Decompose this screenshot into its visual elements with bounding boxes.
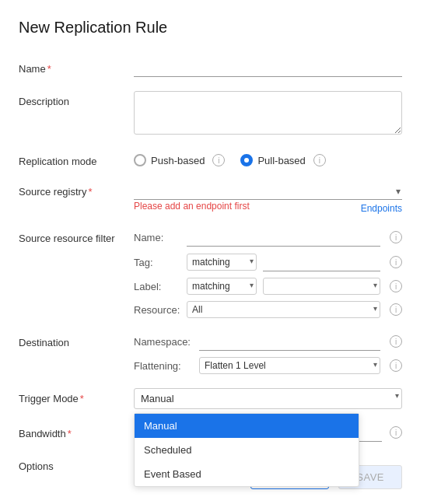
filter-resource-label: Resource:	[134, 304, 180, 316]
filter-resource-row: Resource: All image chart ▾ i	[134, 301, 402, 318]
filter-label-mode-select[interactable]: matching excluding	[187, 278, 257, 295]
bandwidth-info-icon[interactable]: i	[390, 426, 402, 439]
name-label: Name*	[19, 58, 134, 75]
trigger-option-event-based[interactable]: Event Based	[135, 462, 359, 486]
filter-label-row: Label: matching excluding ▾ ▾ i	[134, 278, 402, 295]
destination-grid: Namespace: i Flattening: Flatten 1 Level…	[134, 332, 402, 374]
trigger-mode-wrap: Manual Scheduled Event Based ▾ Manual Sc…	[134, 388, 402, 409]
pull-based-label: Pull-based	[257, 155, 305, 166]
name-control	[134, 58, 402, 77]
filter-resource-value-wrap: All image chart ▾	[187, 301, 380, 318]
trigger-option-scheduled[interactable]: Scheduled	[135, 438, 359, 462]
filter-name-row: Name: i	[134, 228, 402, 247]
trigger-mode-select[interactable]: Manual Scheduled Event Based	[134, 388, 402, 409]
replication-mode-row: Replication mode Push-based i Pull-based…	[19, 151, 402, 167]
filter-label-info-icon[interactable]: i	[390, 280, 402, 292]
push-based-label: Push-based	[151, 155, 205, 166]
pull-based-radio[interactable]	[240, 154, 253, 166]
trigger-option-manual[interactable]: Manual	[135, 414, 359, 438]
trigger-dropdown: Manual Scheduled Event Based	[134, 413, 359, 487]
replication-mode-control: Push-based i Pull-based i	[134, 151, 402, 166]
filter-label-mode-wrap: matching excluding ▾	[187, 278, 257, 295]
dest-flattening-info-icon[interactable]: i	[390, 359, 402, 372]
dest-flattening-label: Flattening:	[134, 360, 193, 372]
pull-based-info-icon[interactable]: i	[313, 154, 326, 166]
filter-label-value-select[interactable]	[263, 278, 380, 295]
filter-tag-row: Tag: matching excluding ▾ i	[134, 253, 402, 271]
radio-group: Push-based i Pull-based i	[134, 151, 402, 166]
new-replication-rule-page: New Replication Rule Name* Description R…	[0, 0, 427, 504]
description-input[interactable]	[134, 91, 402, 135]
bandwidth-label: Bandwidth*	[19, 423, 134, 439]
filter-name-label: Name:	[134, 232, 180, 243]
source-registry-wrap: ▾ Please add an endpoint first Endpoints	[134, 181, 402, 212]
source-registry-control: ▾ Please add an endpoint first Endpoints	[134, 181, 402, 214]
filter-tag-info-icon[interactable]: i	[390, 256, 402, 268]
destination-row: Destination Namespace: i Flattening: Fla…	[19, 332, 402, 374]
dest-namespace-info-icon[interactable]: i	[390, 335, 402, 348]
filter-tag-label: Tag:	[134, 257, 180, 268]
name-row: Name*	[19, 58, 402, 77]
page-title: New Replication Rule	[19, 19, 402, 37]
filter-tag-mode-select[interactable]: matching excluding	[187, 254, 257, 271]
filter-resource-select[interactable]: All image chart	[187, 301, 380, 318]
filter-label-label: Label:	[134, 281, 180, 292]
dest-namespace-label: Namespace:	[134, 336, 193, 348]
endpoints-link[interactable]: Endpoints	[361, 203, 402, 214]
filter-tag-input[interactable]	[263, 253, 380, 271]
flatten-select[interactable]: Flatten 1 Level No Flattenning Flatten A…	[199, 357, 380, 374]
filter-name-info-icon[interactable]: i	[390, 231, 402, 243]
dest-namespace-input[interactable]	[199, 332, 380, 351]
source-registry-label: Source registry*	[19, 181, 134, 198]
dest-flattening-row: Flattening: Flatten 1 Level No Flattenni…	[134, 357, 402, 374]
description-row: Description	[19, 91, 402, 137]
source-resource-filter-label: Source resource filter	[19, 228, 134, 244]
filter-label-value-wrap: ▾	[263, 278, 380, 295]
name-input[interactable]	[134, 58, 402, 77]
push-based-option[interactable]: Push-based i	[134, 154, 225, 166]
trigger-mode-row: Trigger Mode* Manual Scheduled Event Bas…	[19, 388, 402, 409]
flatten-select-wrap: Flatten 1 Level No Flattenning Flatten A…	[199, 357, 380, 374]
source-registry-error: Please add an endpoint first	[134, 201, 250, 212]
trigger-mode-label: Trigger Mode*	[19, 388, 134, 404]
filter-tag-mode-wrap: matching excluding ▾	[187, 254, 257, 271]
source-registry-select[interactable]	[134, 181, 402, 200]
description-label: Description	[19, 91, 134, 107]
filter-name-input[interactable]	[187, 228, 380, 247]
push-based-radio[interactable]	[134, 154, 146, 166]
replication-mode-label: Replication mode	[19, 151, 134, 167]
description-control	[134, 91, 402, 137]
push-based-info-icon[interactable]: i	[212, 154, 225, 166]
destination-label: Destination	[19, 332, 134, 348]
filter-resource-info-icon[interactable]: i	[390, 303, 402, 316]
filter-grid: Name: i Tag: matching excluding ▾ i	[134, 228, 402, 318]
pull-based-option[interactable]: Pull-based i	[240, 154, 325, 166]
dest-namespace-row: Namespace: i	[134, 332, 402, 351]
source-resource-filter-row: Source resource filter Name: i Tag: matc…	[19, 228, 402, 318]
source-registry-row: Source registry* ▾ Please add an endpoin…	[19, 181, 402, 214]
options-label: Options	[19, 456, 134, 472]
